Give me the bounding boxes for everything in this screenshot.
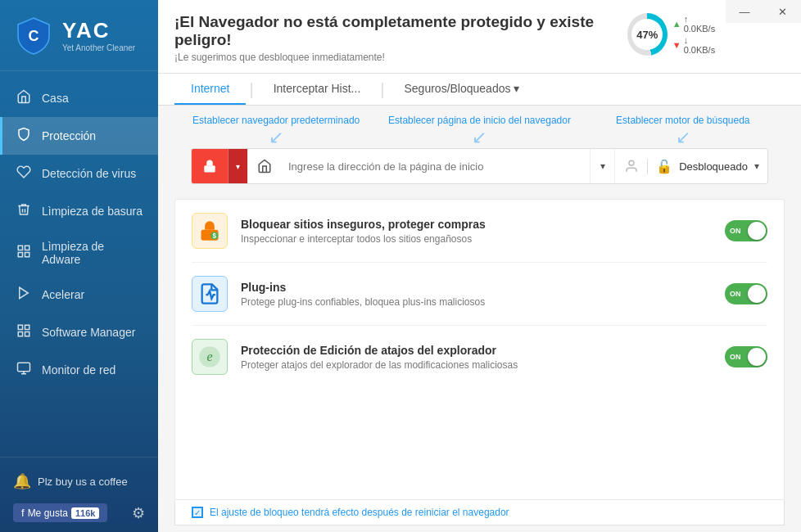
feature-desc-3: Proteger atajos del explorador de las mo… <box>241 359 712 371</box>
toggle-2[interactable]: ON <box>725 283 767 304</box>
arrow-labels: Establecer navegador predeterminado ↙ Es… <box>158 106 801 148</box>
close-button[interactable]: ✕ <box>763 0 801 23</box>
sidebar-item-virus[interactable]: Detección de virus <box>0 155 158 192</box>
feature-title-3: Protección de Edición de atajos del expl… <box>241 344 712 357</box>
sidebar-item-label: Casa <box>42 92 69 105</box>
speed-percent: 47% <box>631 19 663 50</box>
sidebar: C YAC Yet Another Cleaner Casa Protecció… <box>0 0 158 532</box>
software-icon <box>16 323 32 341</box>
sidebar-item-label: Detección de virus <box>42 167 136 180</box>
feature-item-2: Plug-ins Protege plug-ins confiables, bl… <box>192 263 767 326</box>
status-select[interactable]: 🔓 Desbloqueado ▾ <box>647 159 767 174</box>
minimize-button[interactable]: — <box>726 0 763 23</box>
main-content: ¡El Navegador no está completamente prot… <box>158 0 801 532</box>
buy-coffee-link[interactable]: 🔔 Plz buy us a coffee <box>13 467 145 495</box>
svg-rect-13 <box>204 166 215 173</box>
tab-seguros[interactable]: Seguros/Bloqueados ▾ <box>387 74 536 105</box>
svg-rect-10 <box>18 363 30 372</box>
feature-desc-2: Protege plug-ins confiables, bloquea plu… <box>241 296 712 308</box>
arrow-2-icon: ↙ <box>378 127 581 148</box>
monitor-icon <box>16 361 32 379</box>
feature-desc-1: Inspeccionar e interceptar todos los sit… <box>241 233 712 245</box>
bottom-checkbox[interactable]: ✓ <box>192 507 203 518</box>
toggle-knob-3 <box>748 348 766 366</box>
svg-rect-6 <box>18 325 22 329</box>
app-subtitle: Yet Another Cleaner <box>62 43 135 52</box>
sidebar-item-label: Lìmpieza de basura <box>42 205 143 218</box>
svg-rect-7 <box>25 325 29 329</box>
header: ¡El Navegador no está completamente prot… <box>158 0 801 74</box>
feature-title-1: Bloquear sitios inseguros, proteger comp… <box>241 218 712 231</box>
arrow-3-icon: ↙ <box>582 127 785 148</box>
arrow-down-icon: ▼ <box>672 40 681 50</box>
svg-rect-2 <box>25 246 29 250</box>
svg-rect-4 <box>25 253 29 257</box>
logo-text: YAC Yet Another Cleaner <box>62 18 135 52</box>
url-caret-icon: ▾ <box>600 160 605 172</box>
home-button[interactable] <box>247 148 280 184</box>
virus-icon <box>16 165 32 183</box>
like-count: 116k <box>71 507 99 519</box>
sidebar-item-acelerar[interactable]: Acelerar <box>0 276 158 313</box>
casa-icon <box>16 89 32 107</box>
coffee-text: Plz buy us a coffee <box>38 476 128 488</box>
svg-rect-8 <box>18 332 22 336</box>
speed-down: ▼ ↓ 0.0KB/s <box>672 35 719 55</box>
logo-area: C YAC Yet Another Cleaner <box>0 0 158 71</box>
speed-up: ▲ ↑ 0.0KB/s <box>672 14 719 34</box>
svg-marker-5 <box>20 287 29 299</box>
toggle-3[interactable]: ON <box>725 346 767 367</box>
toggle-knob-1 <box>748 222 766 240</box>
arrow-label-1: Establecer navegador predeterminado ↙ <box>174 112 378 148</box>
toggle-label-3: ON <box>730 353 741 361</box>
speed-values: ▲ ↑ 0.0KB/s ▼ ↓ 0.0KB/s <box>672 14 719 55</box>
url-bar-container: ▾ ▾ 🔓 Desbloqueado ▾ <box>158 148 801 191</box>
facebook-like-button[interactable]: f Me gusta 116k <box>13 503 107 522</box>
status-text: Desbloqueado <box>679 160 748 173</box>
tab-interceptar[interactable]: Interceptar Hist... <box>257 74 378 105</box>
arrow-1-icon: ↙ <box>174 127 378 148</box>
sidebar-item-label: Software Manager <box>42 326 135 339</box>
lock-dropdown-button[interactable]: ▾ <box>228 148 247 184</box>
like-label: Me gusta <box>28 507 68 519</box>
sidebar-item-label: Monitor de red <box>42 363 115 376</box>
bottom-bar: ✓ El ajuste de bloqueo tendrá efecto des… <box>174 500 785 525</box>
sidebar-item-label: Protección <box>42 129 96 142</box>
url-bar: ▾ ▾ 🔓 Desbloqueado ▾ <box>191 148 768 184</box>
user-icon <box>614 148 647 184</box>
feature-text-2: Plug-ins Protege plug-ins confiables, bl… <box>241 281 712 308</box>
url-input[interactable] <box>280 148 590 184</box>
url-dropdown-button[interactable]: ▾ <box>590 148 614 184</box>
svg-rect-1 <box>18 246 22 250</box>
sidebar-item-proteccion[interactable]: Protección <box>0 117 158 155</box>
tab-divider-1: | <box>246 80 256 99</box>
toggle-label-2: ON <box>730 290 741 298</box>
arrow-label-3: Establecer motor de búsqueda ↙ <box>582 112 785 148</box>
app-title: YAC <box>62 18 135 43</box>
svg-text:$: $ <box>213 233 217 241</box>
logo-shield-icon: C <box>13 15 54 56</box>
lock-button[interactable] <box>192 148 228 184</box>
speed-circle: 47% <box>627 13 668 56</box>
sidebar-footer: 🔔 Plz buy us a coffee f Me gusta 116k ⚙ <box>0 457 158 532</box>
sidebar-item-monitor[interactable]: Monitor de red <box>0 351 158 389</box>
feature-title-2: Plug-ins <box>241 281 712 294</box>
feature-icon-3: e <box>192 339 228 375</box>
sidebar-item-casa[interactable]: Casa <box>0 79 158 117</box>
settings-icon[interactable]: ⚙ <box>132 504 145 522</box>
acelerar-icon <box>16 286 32 304</box>
feature-icon-1: $ <box>192 213 228 249</box>
svg-rect-9 <box>25 332 29 336</box>
sidebar-item-adware[interactable]: Lìmpieza de Adware <box>0 230 158 276</box>
sidebar-item-label: Lìmpieza de Adware <box>42 240 145 266</box>
toggle-1[interactable]: ON <box>725 220 767 241</box>
sidebar-item-software[interactable]: Software Manager <box>0 313 158 351</box>
nav-items: Casa Protección Detección de virus Lìmpi… <box>0 71 158 457</box>
tab-internet[interactable]: Internet <box>174 74 246 105</box>
feature-text-1: Bloquear sitios inseguros, proteger comp… <box>241 218 712 245</box>
svg-rect-3 <box>18 253 22 257</box>
footer-actions: f Me gusta 116k ⚙ <box>13 503 145 522</box>
toggle-knob-2 <box>748 285 766 303</box>
sidebar-item-basura[interactable]: Lìmpieza de basura <box>0 192 158 230</box>
status-red-icon: 🔓 <box>656 159 672 174</box>
